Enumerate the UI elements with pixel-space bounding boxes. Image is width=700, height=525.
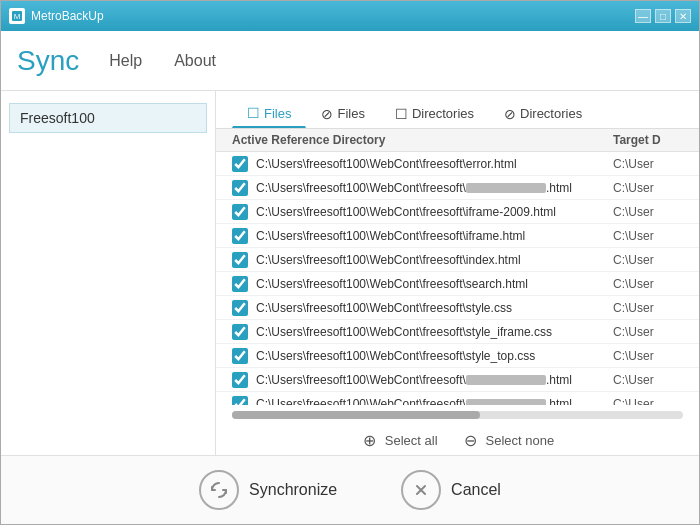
tab-files-remove-label: Files [337, 106, 364, 121]
titlebar-controls: — □ ✕ [635, 9, 691, 23]
file-list: C:\Users\freesoft100\WebCont\freesoft\er… [216, 152, 699, 405]
svg-text:M: M [14, 12, 21, 21]
file-path: C:\Users\freesoft100\WebCont\freesoft\se… [256, 277, 613, 291]
file-checkbox[interactable] [232, 396, 248, 406]
help-menu-item[interactable]: Help [103, 48, 148, 74]
select-none-label: Select none [486, 433, 555, 448]
table-row: C:\Users\freesoft100\WebCont\freesoft\.h… [216, 176, 699, 200]
app-icon: M [9, 8, 25, 24]
file-target: C:\User [613, 157, 683, 171]
maximize-button[interactable]: □ [655, 9, 671, 23]
minimize-button[interactable]: — [635, 9, 651, 23]
table-row: C:\Users\freesoft100\WebCont\freesoft\if… [216, 200, 699, 224]
scrollbar-area [216, 405, 699, 425]
file-target: C:\User [613, 301, 683, 315]
select-all-label: Select all [385, 433, 438, 448]
file-target: C:\User [613, 397, 683, 406]
dirs-add-icon: ☐ [395, 106, 408, 122]
synchronize-button[interactable]: Synchronize [187, 466, 349, 514]
sidebar-item-freesoft100[interactable]: Freesoft100 [9, 103, 207, 133]
file-checkbox[interactable] [232, 372, 248, 388]
sync-menu-item[interactable]: Sync [17, 45, 79, 77]
file-target: C:\User [613, 181, 683, 195]
file-path: C:\Users\freesoft100\WebCont\freesoft\st… [256, 349, 613, 363]
files-remove-icon: ⊘ [321, 106, 333, 122]
titlebar: M MetroBackUp — □ ✕ [1, 1, 699, 31]
synchronize-label: Synchronize [249, 481, 337, 499]
app-window: M MetroBackUp — □ ✕ Sync Help About Free… [0, 0, 700, 525]
cancel-label: Cancel [451, 481, 501, 499]
cancel-button[interactable]: Cancel [389, 466, 513, 514]
table-row: C:\Users\freesoft100\WebCont\freesoft\er… [216, 152, 699, 176]
file-path: C:\Users\freesoft100\WebCont\freesoft\in… [256, 253, 613, 267]
file-path: C:\Users\freesoft100\WebCont\freesoft\.h… [256, 181, 613, 195]
menu-bar: Sync Help About [1, 31, 699, 91]
dirs-remove-icon: ⊘ [504, 106, 516, 122]
tab-dirs-add-label: Directories [412, 106, 474, 121]
table-row: C:\Users\freesoft100\WebCont\freesoft\.h… [216, 368, 699, 392]
file-target: C:\User [613, 373, 683, 387]
content-area: Freesoft100 ☐ Files ⊘ Files ☐ Directorie… [1, 91, 699, 455]
tab-files-add-label: Files [264, 106, 291, 121]
main-area: ☐ Files ⊘ Files ☐ Directories ⊘ Director… [216, 91, 699, 455]
blurred-text [466, 183, 546, 193]
tab-files-remove[interactable]: ⊘ Files [306, 99, 379, 128]
file-checkbox[interactable] [232, 204, 248, 220]
select-all-icon: ⊕ [361, 431, 379, 449]
file-path: C:\Users\freesoft100\WebCont\freesoft\if… [256, 229, 613, 243]
file-checkbox[interactable] [232, 324, 248, 340]
file-checkbox[interactable] [232, 252, 248, 268]
tab-bar: ☐ Files ⊘ Files ☐ Directories ⊘ Director… [216, 91, 699, 129]
file-path: C:\Users\freesoft100\WebCont\freesoft\st… [256, 325, 613, 339]
titlebar-left: M MetroBackUp [9, 8, 104, 24]
table-row: C:\Users\freesoft100\WebCont\freesoft\st… [216, 320, 699, 344]
file-list-header: Active Reference Directory Target D [216, 129, 699, 152]
file-target: C:\User [613, 277, 683, 291]
scrollbar-thumb[interactable] [232, 411, 480, 419]
file-path: C:\Users\freesoft100\WebCont\freesoft\st… [256, 301, 613, 315]
close-button[interactable]: ✕ [675, 9, 691, 23]
header-path: Active Reference Directory [232, 133, 613, 147]
titlebar-title: MetroBackUp [31, 9, 104, 23]
scrollbar-track [232, 411, 683, 419]
file-target: C:\User [613, 229, 683, 243]
file-checkbox[interactable] [232, 276, 248, 292]
synchronize-icon [199, 470, 239, 510]
file-checkbox[interactable] [232, 348, 248, 364]
table-row: C:\Users\freesoft100\WebCont\freesoft\in… [216, 248, 699, 272]
table-row: C:\Users\freesoft100\WebCont\freesoft\se… [216, 272, 699, 296]
select-none-icon: ⊖ [462, 431, 480, 449]
file-path: C:\Users\freesoft100\WebCont\freesoft\er… [256, 157, 613, 171]
file-path: C:\Users\freesoft100\WebCont\freesoft\.h… [256, 373, 613, 387]
file-target: C:\User [613, 325, 683, 339]
sidebar: Freesoft100 [1, 91, 216, 455]
file-target: C:\User [613, 253, 683, 267]
file-checkbox[interactable] [232, 300, 248, 316]
file-target: C:\User [613, 205, 683, 219]
header-target: Target D [613, 133, 683, 147]
cancel-icon [401, 470, 441, 510]
file-path: C:\Users\freesoft100\WebCont\freesoft\.h… [256, 397, 613, 406]
table-row: C:\Users\freesoft100\WebCont\freesoft\if… [216, 224, 699, 248]
table-row: C:\Users\freesoft100\WebCont\freesoft\st… [216, 344, 699, 368]
file-checkbox[interactable] [232, 180, 248, 196]
file-checkbox[interactable] [232, 228, 248, 244]
select-all-button[interactable]: ⊕ Select all [361, 431, 438, 449]
file-checkbox[interactable] [232, 156, 248, 172]
table-row: C:\Users\freesoft100\WebCont\freesoft\st… [216, 296, 699, 320]
tab-files-add[interactable]: ☐ Files [232, 99, 306, 128]
bottom-actions: ⊕ Select all ⊖ Select none [216, 425, 699, 455]
tab-dirs-remove[interactable]: ⊘ Directories [489, 99, 597, 128]
blurred-text [466, 375, 546, 385]
file-path: C:\Users\freesoft100\WebCont\freesoft\if… [256, 205, 613, 219]
table-row: C:\Users\freesoft100\WebCont\freesoft\.h… [216, 392, 699, 405]
tab-dirs-remove-label: Directories [520, 106, 582, 121]
files-add-icon: ☐ [247, 105, 260, 121]
footer: Synchronize Cancel [1, 455, 699, 524]
select-none-button[interactable]: ⊖ Select none [462, 431, 555, 449]
about-menu-item[interactable]: About [168, 48, 222, 74]
file-target: C:\User [613, 349, 683, 363]
tab-dirs-add[interactable]: ☐ Directories [380, 99, 489, 128]
